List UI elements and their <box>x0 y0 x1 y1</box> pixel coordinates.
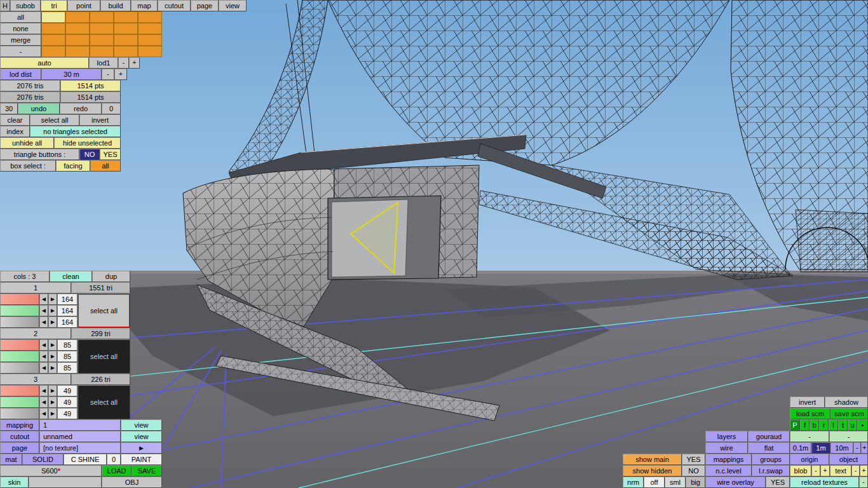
obj-export-button[interactable]: OBJ <box>102 477 162 488</box>
nrm-big-button[interactable]: big <box>686 477 705 488</box>
menu-item-map[interactable]: map <box>131 0 158 11</box>
arrow-left-button[interactable]: ◄ <box>39 351 48 362</box>
nrm-sml-button[interactable]: sml <box>665 477 686 488</box>
blob-button[interactable]: blob <box>790 465 811 477</box>
nc-level-button[interactable]: n.c.level <box>705 465 752 477</box>
mat-solid-button[interactable]: SOLID <box>22 454 64 465</box>
mapping-label[interactable]: mapping <box>0 419 39 431</box>
group-2-id[interactable]: 2 <box>0 328 71 339</box>
view-u-button[interactable]: u <box>848 419 857 431</box>
show-main-button[interactable]: show main <box>623 454 682 465</box>
lod-plus-button[interactable]: + <box>129 57 140 69</box>
skin-label[interactable]: skin <box>0 477 29 488</box>
lod-auto-button[interactable]: auto <box>0 57 89 69</box>
subobj-grid-cell[interactable] <box>90 34 114 46</box>
view-p-button[interactable]: P <box>790 419 800 431</box>
flat-button[interactable]: flat <box>748 442 790 454</box>
model-name-field[interactable]: S600* <box>0 465 102 477</box>
view-r-button[interactable]: r <box>819 419 829 431</box>
subobj-grid-cell[interactable] <box>65 11 90 23</box>
group-3-color-swatch-red[interactable] <box>0 385 39 396</box>
arrow-left-button[interactable]: ◄ <box>39 396 48 408</box>
arrow-right-button[interactable]: ► <box>48 316 57 328</box>
page-value[interactable]: [no texture] <box>39 442 121 454</box>
subobj-grid-cell[interactable] <box>41 34 65 46</box>
view-f-button[interactable]: f <box>800 419 810 431</box>
invert-view-button[interactable]: invert <box>790 396 825 408</box>
nrm-off-button[interactable]: off <box>644 477 665 488</box>
select-all-button[interactable]: select all <box>30 114 79 126</box>
menu-item-subob[interactable]: subob <box>10 0 41 11</box>
subobj-grid-cell[interactable] <box>65 34 90 46</box>
subobj-grid-cell[interactable] <box>41 23 65 34</box>
load-scm-button[interactable]: load scm <box>790 408 831 419</box>
save-button[interactable]: SAVE <box>132 465 162 477</box>
grid-minus-button[interactable]: - <box>853 442 861 454</box>
groups-button[interactable]: groups <box>752 454 790 465</box>
text-button[interactable]: text <box>830 465 851 477</box>
text-plus-button[interactable]: + <box>860 465 868 477</box>
page-next-button[interactable]: ► <box>121 442 162 454</box>
arrow-right-button[interactable]: ► <box>48 385 57 396</box>
unhide-all-button[interactable]: unhide all <box>0 137 54 149</box>
subobj-grid-cell[interactable] <box>65 46 90 57</box>
group-2-color-swatch-red[interactable] <box>0 339 39 351</box>
layers-dash-button[interactable]: - <box>790 431 829 442</box>
arrow-right-button[interactable]: ► <box>48 294 57 305</box>
arrow-right-button[interactable]: ► <box>48 362 57 374</box>
group-2-color-swatch-green[interactable] <box>0 351 39 362</box>
subobj-grid-cell[interactable] <box>41 11 65 23</box>
mat-label[interactable]: mat <box>0 454 22 465</box>
arrow-left-button[interactable]: ◄ <box>39 316 48 328</box>
mapping-value[interactable]: 1 <box>39 419 121 431</box>
shadow-button[interactable]: shadow <box>825 396 868 408</box>
load-button[interactable]: LOAD <box>102 465 132 477</box>
grid-plus-button[interactable]: + <box>861 442 868 454</box>
text-minus-button[interactable]: - <box>851 465 860 477</box>
lr-swap-button[interactable]: l.r.swap <box>752 465 790 477</box>
mat-shine-value[interactable]: 0 <box>107 454 121 465</box>
origin-button[interactable]: origin <box>790 454 829 465</box>
triangle-buttons-yes[interactable]: YES <box>100 149 121 160</box>
subobj-minus-button[interactable]: - <box>0 46 41 57</box>
subobj-grid-cell[interactable] <box>138 11 162 23</box>
subobj-grid-cell[interactable] <box>138 34 162 46</box>
arrow-right-button[interactable]: ► <box>48 305 57 316</box>
layers-button[interactable]: layers <box>705 431 748 442</box>
lod-dist-minus-button[interactable]: - <box>102 69 114 80</box>
grid-10m-button[interactable]: 10m <box>831 442 853 454</box>
group-3-color-swatch-green[interactable] <box>0 396 39 408</box>
group-1-color-swatch-gray[interactable] <box>0 316 39 328</box>
arrow-right-button[interactable]: ► <box>48 396 57 408</box>
group-1-id[interactable]: 1 <box>0 282 71 294</box>
group-3-color-swatch-gray[interactable] <box>0 408 39 419</box>
mat-cshine-button[interactable]: C SHINE <box>64 454 107 465</box>
group-3-id[interactable]: 3 <box>0 374 71 385</box>
redo-button[interactable]: redo <box>60 103 102 114</box>
view-dot-button[interactable]: • <box>857 419 868 431</box>
clear-button[interactable]: clear <box>0 114 30 126</box>
group-2-select-all-button[interactable]: select all <box>78 339 130 374</box>
reload-dash-button[interactable]: - <box>859 477 868 488</box>
view-l-button[interactable]: l <box>829 419 838 431</box>
group-1-color-swatch-green[interactable] <box>0 305 39 316</box>
subobj-grid-cell[interactable] <box>114 46 138 57</box>
group-3-select-all-button[interactable]: select all <box>78 385 130 419</box>
mappings-button[interactable]: mappings <box>705 454 752 465</box>
menu-item-build[interactable]: build <box>100 0 131 11</box>
lod-minus-button[interactable]: - <box>118 57 129 69</box>
subobj-merge-button[interactable]: merge <box>0 34 41 46</box>
arrow-left-button[interactable]: ◄ <box>39 362 48 374</box>
undo-button[interactable]: undo <box>18 103 60 114</box>
subobj-grid-cell[interactable] <box>90 11 114 23</box>
invert-button[interactable]: invert <box>79 114 121 126</box>
menu-item-point[interactable]: point <box>67 0 100 11</box>
arrow-left-button[interactable]: ◄ <box>39 385 48 396</box>
arrow-right-button[interactable]: ► <box>48 351 57 362</box>
subobj-grid-cell[interactable] <box>138 46 162 57</box>
menu-item-page[interactable]: page <box>191 0 219 11</box>
subobj-all-button[interactable]: all <box>0 11 41 23</box>
arrow-left-button[interactable]: ◄ <box>39 408 48 419</box>
subobj-grid-cell[interactable] <box>114 23 138 34</box>
box-select-facing[interactable]: facing <box>56 160 90 172</box>
